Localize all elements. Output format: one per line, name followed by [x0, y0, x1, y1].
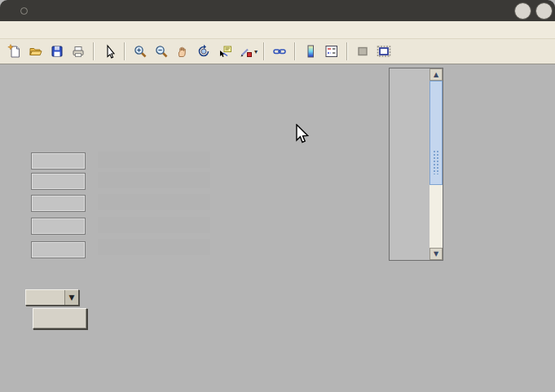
pan-hand-icon[interactable] — [172, 42, 193, 61]
listbox-scrollbar[interactable]: ▲ ▼ — [429, 68, 443, 260]
scrollbar-thumb[interactable] — [429, 81, 443, 185]
spotdetthres-button[interactable] — [98, 172, 210, 188]
toolbar: ▾ — [0, 39, 555, 64]
title-bar — [0, 0, 555, 21]
clipped-label — [99, 168, 210, 171]
minimize-button[interactable] — [514, 2, 531, 20]
toolbar-separator — [346, 42, 348, 60]
menu-genreports[interactable] — [33, 29, 47, 32]
menu-tools[interactable] — [47, 29, 62, 32]
continue-button[interactable] — [33, 308, 87, 329]
save-icon[interactable] — [46, 42, 68, 61]
menu-run[interactable] — [18, 29, 33, 32]
pointer-icon[interactable] — [99, 42, 120, 61]
window-menu-icon[interactable] — [20, 7, 28, 15]
zoom-out-icon[interactable] — [151, 42, 172, 61]
print-icon[interactable] — [68, 42, 89, 61]
toolbar-separator — [93, 42, 95, 60]
menu-bar — [0, 21, 555, 39]
radius-button[interactable] — [98, 194, 210, 210]
menu-parameters[interactable] — [62, 29, 77, 32]
bg-threshold-button[interactable] — [98, 152, 210, 168]
toolbar-separator — [263, 42, 265, 60]
insert-legend-icon[interactable] — [321, 42, 342, 61]
zoom-in-icon[interactable] — [130, 42, 151, 61]
menu-database[interactable] — [77, 29, 91, 32]
searchrange-field[interactable] — [31, 241, 86, 258]
bg-threshold-field[interactable] — [31, 152, 86, 170]
spotdetthres-field[interactable] — [31, 173, 86, 190]
link-plots-icon[interactable] — [269, 42, 290, 61]
toolbar-separator — [124, 42, 126, 60]
app-window: ▾ ▼ ▲ — [0, 0, 555, 392]
scroll-up-icon[interactable]: ▲ — [429, 68, 443, 81]
open-file-icon[interactable] — [25, 42, 46, 61]
hide-plot-tools-icon[interactable] — [352, 42, 373, 61]
dropdown-arrow-icon[interactable]: ▼ — [64, 290, 78, 305]
spot-listbox[interactable]: ▲ ▼ — [389, 68, 443, 261]
close-button[interactable] — [535, 2, 553, 20]
dither-field[interactable] — [31, 218, 86, 235]
insert-colorbar-icon[interactable] — [300, 42, 321, 61]
new-file-icon[interactable] — [4, 42, 25, 61]
menu-file[interactable] — [3, 29, 18, 32]
brush-dropdown-caret-icon[interactable]: ▾ — [254, 48, 258, 55]
data-cursor-icon[interactable] — [214, 42, 236, 61]
scroll-down-icon[interactable]: ▼ — [429, 248, 443, 260]
mouse-cursor-icon — [295, 124, 313, 145]
growth-dropdown[interactable]: ▼ — [25, 289, 79, 306]
scrollbar-grip — [433, 150, 440, 174]
toolbar-separator — [294, 42, 296, 60]
dock-figure-icon[interactable] — [373, 42, 394, 61]
radius-field[interactable] — [31, 195, 86, 212]
searchrange-button[interactable] — [98, 239, 210, 255]
rotate-3d-icon[interactable] — [193, 42, 214, 61]
dither-button[interactable] — [98, 217, 210, 233]
